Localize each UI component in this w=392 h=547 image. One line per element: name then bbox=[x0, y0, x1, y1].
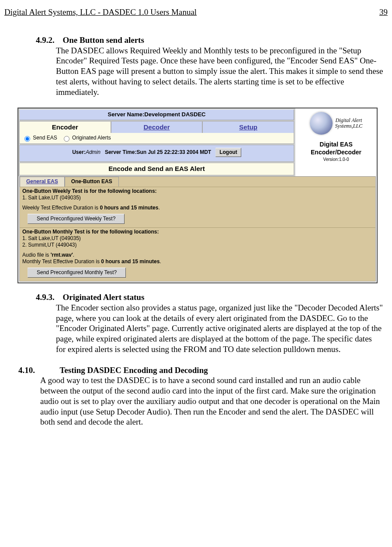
monthly-test-header: One-Button Monthly Test is for the follo… bbox=[22, 229, 373, 235]
doc-title: Digital Alert Systems, LLC - DASDEC 1.0 … bbox=[4, 7, 197, 17]
product-title: Digital EAS Encoder/Decoder bbox=[297, 141, 375, 156]
weekly-duration: Weekly Test Effective Duration is 0 hour… bbox=[22, 205, 373, 211]
subtab-general-eas[interactable]: General EAS bbox=[20, 177, 65, 187]
panel-title: Encode and Send an EAS Alert bbox=[19, 163, 294, 175]
sec-493-body: The Encoder section also provides a stat… bbox=[56, 303, 383, 355]
radio-send-eas[interactable]: Send EAS bbox=[22, 135, 57, 141]
user-label: User:Admin bbox=[72, 149, 101, 156]
globe-icon bbox=[310, 112, 333, 135]
tab-encoder[interactable]: Encoder bbox=[19, 121, 111, 133]
monthly-duration: Monthly Test Effective Duration is 0 hou… bbox=[22, 258, 373, 265]
sec-410-body: A good way to test the DASDEC is to have… bbox=[40, 375, 388, 427]
sec-492-body: The DASDEC allows Required Weekly and Mo… bbox=[56, 45, 383, 98]
app-screenshot: Server Name:Development DASDEC Encoder D… bbox=[17, 108, 378, 283]
monthly-audio: Audio file is 'rmt.wav'. bbox=[22, 252, 373, 258]
sec-493-title: Originated Alert status bbox=[63, 293, 145, 302]
monthly-loc-2: 2. Summit,UT (449043) bbox=[22, 242, 373, 248]
sec-492-title: One Button send alerts bbox=[63, 35, 144, 45]
radio-originated-alerts[interactable]: Originated Alerts bbox=[62, 135, 111, 141]
subtab-one-button-eas[interactable]: One-Button EAS bbox=[65, 177, 119, 187]
sec-492-num: 4.9.2. bbox=[36, 35, 55, 45]
server-time: Server Time:Sun Jul 25 22:22:33 2004 MDT bbox=[105, 149, 211, 156]
logout-button[interactable]: Logout bbox=[215, 148, 241, 157]
tab-setup[interactable]: Setup bbox=[202, 121, 294, 133]
sec-493-num: 4.9.3. bbox=[36, 293, 55, 302]
monthly-loc-1: 1. Salt Lake,UT (049035) bbox=[22, 235, 373, 242]
product-version: Version:1.0-0 bbox=[323, 157, 349, 163]
sec-410-num: 4.10. bbox=[18, 366, 35, 375]
sec-410-title: Testing DASDEC Encoding and Decoding bbox=[59, 366, 208, 375]
send-monthly-test-button[interactable]: Send Preconfigured Monthly Test? bbox=[28, 268, 126, 278]
weekly-loc-1: 1. Salt Lake,UT (049035) bbox=[22, 195, 373, 201]
brand-name: Digital Alert Systems,LLC bbox=[335, 118, 362, 129]
weekly-test-header: One-Button Weekly Test is for the follow… bbox=[22, 188, 373, 195]
tab-decoder[interactable]: Decoder bbox=[111, 121, 203, 133]
server-name-bar: Server Name:Development DASDEC bbox=[19, 109, 294, 120]
send-weekly-test-button[interactable]: Send Preconfigured Weekly Test? bbox=[28, 214, 125, 224]
page-number: 39 bbox=[379, 7, 388, 17]
